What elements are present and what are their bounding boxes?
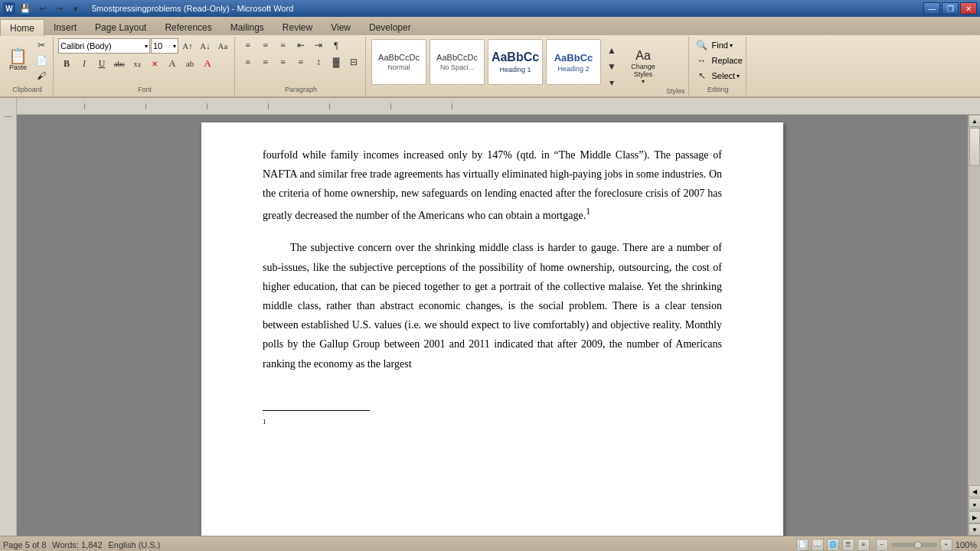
paste-label: Paste: [9, 64, 27, 71]
select-button[interactable]: Select: [712, 71, 736, 80]
align-right-button[interactable]: ≡: [275, 55, 292, 69]
scroll-prev-page[interactable]: ◀: [969, 485, 980, 497]
styles-group: AaBbCcDc Normal AaBbCcDc No Spaci... AaB…: [368, 37, 689, 96]
view-print-button[interactable]: 📄: [796, 539, 808, 551]
style-no-spacing[interactable]: AaBbCcDc No Spaci...: [430, 39, 485, 85]
italic-button[interactable]: I: [76, 57, 93, 70]
underline-button[interactable]: U: [93, 57, 110, 70]
font-size: 10: [153, 41, 162, 51]
tab-mailings[interactable]: Mailings: [221, 19, 273, 35]
view-web-button[interactable]: 🌐: [827, 539, 839, 551]
customize-quick-btn[interactable]: ▾: [69, 2, 83, 15]
align-left-button[interactable]: ≡: [240, 55, 256, 69]
tab-review[interactable]: Review: [273, 19, 322, 35]
status-bar: Page 5 of 8 Words: 1,842 English (U.S.) …: [0, 536, 980, 551]
scroll-thumb[interactable]: [969, 128, 980, 166]
style-heading2[interactable]: AaBbCc Heading 2: [546, 39, 601, 85]
justify-button[interactable]: ≡: [292, 55, 309, 69]
scroll-down-button[interactable]: ▼: [969, 523, 980, 536]
ruler-mark-6: [390, 103, 391, 109]
page-container: fourfold while family incomes increased …: [17, 115, 968, 536]
clear-format-button[interactable]: ✕: [146, 57, 163, 70]
show-hide-button[interactable]: ¶: [328, 38, 345, 52]
view-full-reading-button[interactable]: 📖: [812, 539, 824, 551]
tab-home[interactable]: Home: [0, 19, 44, 36]
font-color-button[interactable]: A: [199, 57, 216, 70]
bold-button[interactable]: B: [58, 57, 75, 70]
close-button[interactable]: ✕: [960, 2, 977, 15]
scroll-dot[interactable]: ●: [969, 498, 980, 510]
highlight-button[interactable]: ab: [181, 57, 198, 70]
format-painter-button[interactable]: 🖌: [33, 69, 50, 83]
undo-quick-btn[interactable]: ↩: [35, 2, 49, 15]
style-heading1[interactable]: AaBbCc Heading 1: [488, 39, 543, 85]
minimize-button[interactable]: —: [923, 2, 940, 15]
zoom-slider[interactable]: [891, 543, 937, 547]
redo-quick-btn[interactable]: ↪: [52, 2, 66, 15]
bullets-button[interactable]: ≡: [240, 38, 256, 52]
font-name-box[interactable]: Calibri (Body) ▾: [58, 38, 150, 54]
tab-insert[interactable]: Insert: [44, 19, 86, 35]
change-case-button[interactable]: Aa: [214, 39, 231, 53]
ribbon-content: 📋 Paste ✂ 📄 🖌 Clipboard Calibri (Body) ▾: [0, 35, 980, 96]
find-button[interactable]: Find: [712, 41, 728, 50]
styles-scroll-down[interactable]: ▼: [603, 60, 620, 73]
footnote-separator: [263, 410, 370, 411]
shading-button[interactable]: ▓: [328, 55, 345, 69]
replace-button[interactable]: Replace: [712, 56, 743, 65]
page-status: Page 5 of 8: [3, 540, 46, 549]
increase-indent-button[interactable]: ⇥: [310, 38, 327, 52]
restore-button[interactable]: ❐: [942, 2, 959, 15]
font-group: Calibri (Body) ▾ 10 ▾ A↑ A↓ Aa B I U abc: [55, 37, 235, 96]
paste-icon: 📋: [8, 48, 28, 64]
scroll-up-button[interactable]: ▲: [969, 115, 980, 127]
styles-scroll-up[interactable]: ▲: [603, 44, 620, 57]
increase-font-button[interactable]: A↑: [179, 39, 196, 53]
zoom-thumb: [914, 541, 922, 549]
subscript-button[interactable]: x₂: [129, 57, 145, 70]
borders-button[interactable]: ⊟: [345, 55, 362, 69]
app-icon: W: [3, 2, 15, 15]
text-effects-button[interactable]: A: [164, 57, 181, 70]
style-normal-text: AaBbCcDc: [378, 53, 420, 62]
paste-button[interactable]: 📋 Paste: [5, 38, 31, 81]
strikethrough-button[interactable]: abc: [111, 57, 128, 70]
style-heading2-text: AaBbCc: [554, 52, 593, 64]
view-draft-button[interactable]: ≡: [858, 539, 870, 551]
numbering-button[interactable]: ≡: [257, 38, 274, 52]
scroll-bottom-btns: ◀ ● ▶: [969, 485, 980, 523]
decrease-font-button[interactable]: A↓: [197, 39, 214, 53]
scroll-track[interactable]: [969, 127, 980, 485]
document-page[interactable]: fourfold while family incomes increased …: [201, 122, 783, 536]
tab-developer[interactable]: Developer: [360, 19, 420, 35]
change-styles-button[interactable]: Aa ChangeStyles ▾: [622, 44, 665, 89]
cut-button[interactable]: ✂: [33, 38, 50, 52]
font-group-content: Calibri (Body) ▾ 10 ▾ A↑ A↓ Aa B I U abc: [58, 38, 231, 86]
tab-references[interactable]: References: [155, 19, 220, 35]
tab-view[interactable]: View: [322, 19, 360, 35]
align-center-button[interactable]: ≡: [257, 55, 274, 69]
view-outline-button[interactable]: ☰: [842, 539, 854, 551]
font-size-box[interactable]: 10 ▾: [151, 38, 178, 54]
multilevel-button[interactable]: ≡: [275, 38, 292, 52]
footnote-number: 1: [263, 418, 266, 425]
select-dropdown-icon[interactable]: ▾: [737, 73, 740, 80]
clipboard-label: Clipboard: [5, 86, 50, 95]
zoom-out-button[interactable]: −: [876, 539, 888, 551]
paragraph-row2: ≡ ≡ ≡ ≡ ↕ ▓ ⊟: [240, 55, 362, 69]
scroll-next-page[interactable]: ▶: [969, 511, 980, 523]
zoom-in-button[interactable]: +: [940, 539, 952, 551]
styles-expand[interactable]: ▾: [603, 76, 620, 90]
zoom-area: − + 100%: [876, 539, 977, 551]
footnote-area: 1: [263, 387, 722, 432]
line-spacing-button[interactable]: ↕: [310, 55, 327, 69]
language-status: English (U.S.): [109, 540, 161, 549]
ribbon-tabs: Home Insert Page Layout References Maili…: [0, 17, 980, 35]
find-dropdown-icon[interactable]: ▾: [730, 42, 733, 49]
copy-button[interactable]: 📄: [33, 54, 50, 67]
ribbon: Home Insert Page Layout References Maili…: [0, 17, 980, 98]
decrease-indent-button[interactable]: ⇤: [292, 38, 309, 52]
tab-page-layout[interactable]: Page Layout: [86, 19, 155, 35]
save-quick-btn[interactable]: 💾: [18, 2, 32, 15]
style-normal[interactable]: AaBbCcDc Normal: [371, 39, 426, 85]
